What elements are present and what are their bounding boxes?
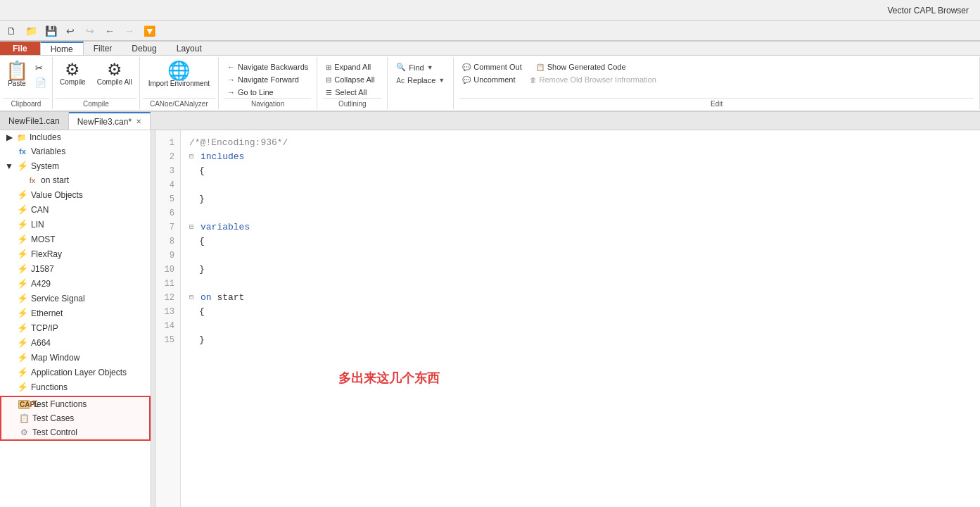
tab-layout[interactable]: Layout — [167, 42, 212, 55]
compile-button[interactable]: ⚙ Compile — [56, 60, 90, 87]
tab-newfile3[interactable]: NewFile3.can* ✕ — [69, 112, 151, 130]
lin-icon: ⚡ — [17, 219, 28, 230]
select-all-button[interactable]: ☰ Select All — [323, 87, 381, 98]
sidebar: ▶ 📁 Includes fx Variables ▼ ⚡ System fx … — [0, 130, 151, 507]
includes-icon: 📁 — [17, 133, 27, 142]
tab-close-button[interactable]: ✕ — [136, 118, 141, 125]
fold-btn-7[interactable]: ⊟ — [189, 220, 198, 234]
code-line-12: ⊟ on start — [189, 291, 972, 305]
ribbon: File Home Filter Debug Layout 📋 Paste ✂ — [0, 42, 980, 112]
tab-home[interactable]: Home — [40, 42, 84, 55]
sidebar-item-functions[interactable]: ⚡ Functions — [0, 380, 151, 394]
sidebar-item-app-layer[interactable]: ⚡ Application Layer Objects — [0, 365, 151, 380]
sidebar-item-lin[interactable]: ⚡ LIN — [0, 217, 151, 232]
tab-debug[interactable]: Debug — [122, 42, 166, 55]
fold-btn-2[interactable]: ⊟ — [189, 150, 198, 164]
undo-button[interactable]: ↩ — [62, 23, 79, 39]
sidebar-item-system[interactable]: ▼ ⚡ System — [0, 158, 151, 173]
tab-filter[interactable]: Filter — [84, 42, 122, 55]
code-line-10: } — [189, 263, 972, 277]
sidebar-item-service-signal[interactable]: ⚡ Service Signal — [0, 291, 151, 306]
can-icon: ⚡ — [17, 204, 28, 215]
navigation-group: ← Navigate Backwards → Navigate Forward … — [219, 57, 317, 109]
sidebar-item-ethernet[interactable]: ⚡ Ethernet — [0, 306, 151, 320]
sidebar-item-test-cases[interactable]: 📋 Test Cases — [1, 411, 149, 425]
code-line-13: { — [189, 305, 972, 319]
sidebar-item-variables[interactable]: fx Variables — [0, 144, 151, 158]
sidebar-item-lin-label: LIN — [31, 220, 44, 230]
expand-all-button[interactable]: ⊞ Expand All — [323, 61, 381, 73]
most-icon: ⚡ — [17, 234, 28, 244]
sidebar-item-a664-label: A664 — [31, 338, 51, 348]
find-button[interactable]: 🔍 Find ▼ — [393, 61, 447, 73]
tab-newfile3-label: NewFile3.can* — [77, 117, 132, 127]
code-content[interactable]: /*@!Encoding:936*/ ⊟ includes { } — [181, 130, 980, 507]
sidebar-item-test-control[interactable]: ⚙ Test Control — [1, 425, 149, 439]
title-bar: Vector CAPL Browser — [0, 0, 980, 21]
import-env-button[interactable]: 🌐 Import Environment — [143, 60, 215, 89]
sidebar-item-on-start-label: on start — [41, 175, 69, 185]
sidebar-item-includes[interactable]: ▶ 📁 Includes — [0, 130, 151, 144]
canoe-label: CANoe/CANalyzer — [143, 98, 215, 108]
navigate-backwards-button[interactable]: ← Navigate Backwards — [224, 61, 311, 73]
sidebar-item-can[interactable]: ⚡ CAN — [0, 202, 151, 217]
sidebar-item-test-cases-label: Test Cases — [32, 413, 74, 423]
code-line-5: } — [189, 192, 972, 206]
tab-newfile1[interactable]: NewFile1.can — [0, 112, 69, 130]
paste-button[interactable]: 📋 Paste — [3, 60, 31, 89]
redo-button[interactable]: ↪ — [82, 23, 98, 39]
sidebar-item-a664[interactable]: ⚡ A664 — [0, 335, 151, 350]
sidebar-item-system-label: System — [31, 161, 59, 171]
forward-button[interactable]: → — [121, 23, 138, 39]
sidebar-item-value-objects[interactable]: ⚡ Value Objects — [0, 187, 151, 202]
flexray-icon: ⚡ — [17, 249, 28, 259]
remove-old-button[interactable]: 🗑 Remove Old Browser Infrormation — [527, 74, 659, 85]
copy-button[interactable]: 📄 — [32, 76, 49, 89]
sidebar-item-functions-label: Functions — [31, 382, 68, 392]
on-start-icon: fx — [27, 176, 38, 184]
file-menu[interactable]: File — [0, 42, 40, 55]
save-button[interactable]: 💾 — [42, 23, 59, 39]
j1587-icon: ⚡ — [17, 263, 28, 274]
show-generated-button[interactable]: 📋 Show Generated Code — [533, 61, 629, 73]
sidebar-item-a429[interactable]: ⚡ A429 — [0, 276, 151, 291]
open-button[interactable]: 📁 — [23, 23, 39, 39]
sidebar-item-test-functions-label: Test Functions — [32, 399, 87, 409]
sidebar-item-test-functions[interactable]: CAPL Test Functions — [1, 397, 149, 411]
collapse-all-button[interactable]: ⊟ Collapse All — [323, 74, 381, 85]
find-replace-group: 🔍 Find ▼ Ac Replace ▼ x — [388, 57, 454, 109]
comment-out-button[interactable]: 💬 Comment Out — [459, 61, 524, 73]
test-control-icon: ⚙ — [18, 427, 30, 437]
sidebar-item-app-layer-label: Application Layer Objects — [31, 368, 127, 377]
code-line-14 — [189, 319, 972, 333]
editor-area: 1 2 3 4 5 6 7 8 9 10 11 12 13 14 15 /* — [155, 130, 980, 507]
sidebar-item-variables-label: Variables — [31, 146, 65, 156]
sidebar-item-j1587[interactable]: ⚡ J1587 — [0, 261, 151, 276]
code-line-8: { — [189, 234, 972, 249]
go-to-line-button[interactable]: → Go to Line — [224, 87, 311, 98]
customize-button[interactable]: 🔽 — [141, 23, 158, 39]
code-line-2: ⊟ includes — [189, 150, 972, 164]
sidebar-item-a429-label: A429 — [31, 279, 51, 289]
quick-access-toolbar: 🗋 📁 💾 ↩ ↪ ← → 🔽 — [0, 23, 160, 39]
sidebar-item-most[interactable]: ⚡ MOST — [0, 232, 151, 246]
tcpip-icon: ⚡ — [17, 323, 28, 333]
fold-btn-12[interactable]: ⊟ — [189, 291, 198, 305]
outlining-label: Outlining — [323, 98, 381, 108]
uncomment-button[interactable]: 💬 Uncomment — [459, 74, 518, 85]
sidebar-item-tcpip[interactable]: ⚡ TCP/IP — [0, 320, 151, 335]
sidebar-item-map-window[interactable]: ⚡ Map Window — [0, 350, 151, 365]
replace-button[interactable]: Ac Replace ▼ — [393, 75, 447, 86]
compile-all-button[interactable]: ⚙ Compile All — [93, 60, 136, 87]
code-editor[interactable]: 1 2 3 4 5 6 7 8 9 10 11 12 13 14 15 /* — [155, 130, 980, 507]
app-layer-icon: ⚡ — [17, 367, 28, 377]
cut-button[interactable]: ✂ — [32, 61, 49, 75]
back-button[interactable]: ← — [101, 23, 118, 39]
functions-icon: ⚡ — [17, 382, 28, 392]
navigate-forward-button[interactable]: → Navigate Forward — [224, 74, 311, 85]
document-tabs: NewFile1.can NewFile3.can* ✕ — [0, 112, 980, 130]
sidebar-item-flexray[interactable]: ⚡ FlexRay — [0, 246, 151, 261]
navigation-label: Navigation — [224, 98, 311, 108]
sidebar-item-on-start[interactable]: fx on start — [0, 173, 151, 187]
new-button[interactable]: 🗋 — [3, 23, 20, 39]
